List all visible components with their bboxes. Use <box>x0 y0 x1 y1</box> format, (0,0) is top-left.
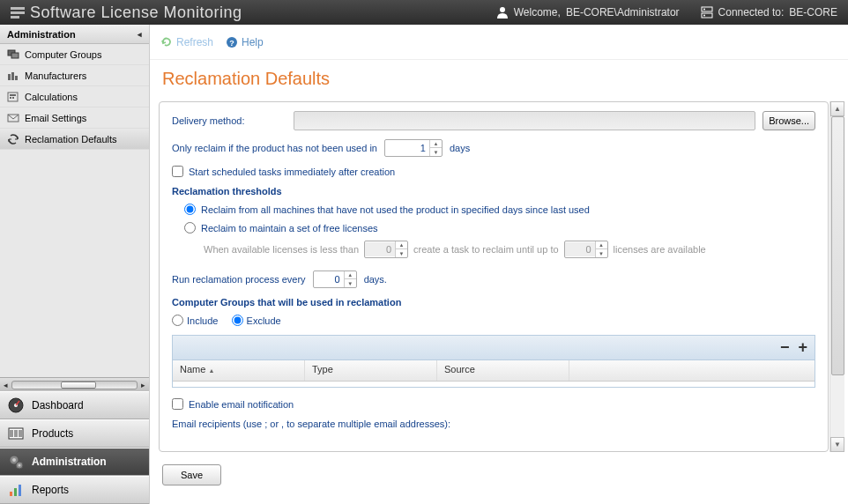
panel-vertical-scrollbar[interactable]: ▲ ▼ <box>829 101 844 452</box>
start-scheduled-label: Start scheduled tasks immediately after … <box>189 167 395 177</box>
dashboard-icon <box>7 397 25 414</box>
refresh-icon <box>160 36 173 48</box>
svg-rect-0 <box>11 7 25 10</box>
sidebar-horizontal-scrollbar[interactable]: ◂ ▸ <box>0 377 149 391</box>
spinner-down-icon[interactable]: ▼ <box>430 148 442 156</box>
sidebar: Administration ◂ Computer Groups Manufac… <box>0 25 150 504</box>
when-less-than-spinner[interactable]: ▲▼ <box>364 241 408 258</box>
start-scheduled-checkbox[interactable] <box>172 166 183 177</box>
scroll-right-icon[interactable]: ▸ <box>141 381 145 389</box>
spinner-up-icon[interactable]: ▲ <box>430 140 442 148</box>
nav-dashboard[interactable]: Dashboard <box>0 391 149 419</box>
col-type[interactable]: Type <box>305 360 437 381</box>
spinner-up-icon[interactable]: ▲ <box>345 271 356 279</box>
run-every-input[interactable] <box>314 272 344 286</box>
spinner-down-icon[interactable]: ▼ <box>345 279 356 287</box>
sidebar-item-reclamation-defaults[interactable]: Reclamation Defaults <box>0 129 149 150</box>
sidebar-item-label: Reclamation Defaults <box>25 134 117 145</box>
sidebar-item-label: Calculations <box>25 92 78 102</box>
refresh-label: Refresh <box>176 36 213 48</box>
sidebar-item-computer-groups[interactable]: Computer Groups <box>0 44 149 65</box>
refresh-button[interactable]: Refresh <box>160 36 213 48</box>
svg-text:?: ? <box>229 39 234 48</box>
sidebar-header[interactable]: Administration ◂ <box>0 25 149 44</box>
col-name[interactable]: Name ▲ <box>173 360 305 381</box>
when-until-spinner[interactable]: ▲▼ <box>564 241 608 258</box>
welcome-label: Welcome, <box>514 6 561 19</box>
run-suffix: days. <box>364 274 387 285</box>
thresholds-title: Reclamation thresholds <box>172 186 815 196</box>
svg-rect-34 <box>19 485 21 496</box>
nav-products[interactable]: Products <box>0 419 149 448</box>
delivery-method-input[interactable] <box>294 111 755 130</box>
svg-point-6 <box>703 9 705 11</box>
help-button[interactable]: ? Help <box>226 36 264 48</box>
col-source[interactable]: Source <box>437 360 569 381</box>
brand-icon <box>11 5 25 19</box>
spinner-down-icon[interactable]: ▼ <box>596 249 607 257</box>
col-spacer <box>569 360 815 381</box>
browse-button[interactable]: Browse... <box>762 111 815 130</box>
exclude-radio[interactable] <box>232 315 243 326</box>
grid-remove-button[interactable]: − <box>780 338 790 357</box>
welcome-user: BE-CORE\Administrator <box>566 6 680 19</box>
svg-rect-10 <box>8 74 11 80</box>
nav-label: Administration <box>32 456 107 468</box>
grid-add-button[interactable]: + <box>798 338 807 357</box>
scrollbar-track[interactable] <box>11 381 138 389</box>
svg-rect-5 <box>702 13 712 18</box>
user-info: Welcome, BE-CORE\Administrator <box>496 6 680 19</box>
recycle-icon <box>7 134 19 145</box>
when-prefix: When available licenses is less than <box>204 244 359 255</box>
sidebar-item-calculations[interactable]: Calculations <box>0 86 149 107</box>
collapse-icon[interactable]: ◂ <box>138 30 142 39</box>
run-every-spinner[interactable]: ▲▼ <box>313 271 357 288</box>
brand: Software License Monitoring <box>11 4 242 22</box>
scrollbar-thumb[interactable] <box>831 116 844 375</box>
calculations-icon <box>7 92 19 102</box>
when-until-input[interactable] <box>565 242 595 256</box>
spinner-up-icon[interactable]: ▲ <box>596 241 607 249</box>
scroll-down-icon[interactable]: ▼ <box>830 437 844 452</box>
top-bar: Software License Monitoring Welcome, BE-… <box>0 0 848 25</box>
when-suffix: licenses are available <box>614 244 706 255</box>
svg-rect-32 <box>10 492 12 496</box>
reclaim-all-radio[interactable] <box>184 204 196 215</box>
nav-administration[interactable]: Administration <box>0 448 149 476</box>
svg-rect-1 <box>11 11 25 14</box>
include-label: Include <box>187 315 218 326</box>
only-reclaim-days-input[interactable] <box>385 141 429 155</box>
page-title: Reclamation Defaults <box>150 60 848 101</box>
connection-info: Connected to: BE-CORE <box>701 6 837 19</box>
scrollbar-thumb[interactable] <box>61 382 96 389</box>
sidebar-item-manufacturers[interactable]: Manufacturers <box>0 65 149 86</box>
help-icon: ? <box>226 36 238 48</box>
save-button[interactable]: Save <box>162 464 221 485</box>
only-reclaim-days-spinner[interactable]: ▲▼ <box>384 139 443 157</box>
svg-point-31 <box>19 464 21 467</box>
sidebar-item-email-settings[interactable]: Email Settings <box>0 107 149 129</box>
computer-groups-icon <box>7 49 19 60</box>
reclaim-free-label: Reclaim to maintain a set of free licens… <box>201 223 378 233</box>
include-radio-label[interactable]: Include <box>172 315 218 326</box>
include-radio[interactable] <box>172 315 183 326</box>
svg-rect-9 <box>11 53 19 58</box>
svg-rect-2 <box>11 16 19 19</box>
when-less-than-input[interactable] <box>365 242 395 256</box>
scroll-left-icon[interactable]: ◂ <box>4 381 8 389</box>
form-panel: Delivery method: Browse... Only reclaim … <box>159 101 829 452</box>
enable-email-checkbox[interactable] <box>172 398 183 410</box>
groups-title: Computer Groups that will be used in rec… <box>172 297 815 308</box>
sidebar-item-label: Manufacturers <box>25 70 86 81</box>
spinner-down-icon[interactable]: ▼ <box>396 249 407 257</box>
connected-label: Connected to: <box>718 6 785 19</box>
manufacturers-icon <box>7 70 19 81</box>
reclaim-free-radio[interactable] <box>184 222 196 233</box>
exclude-radio-label[interactable]: Exclude <box>232 315 281 326</box>
help-label: Help <box>242 36 264 48</box>
grid-body <box>173 382 815 387</box>
spinner-up-icon[interactable]: ▲ <box>396 241 407 249</box>
scroll-up-icon[interactable]: ▲ <box>830 101 844 116</box>
sidebar-item-label: Email Settings <box>25 113 86 123</box>
nav-reports[interactable]: Reports <box>0 476 149 504</box>
